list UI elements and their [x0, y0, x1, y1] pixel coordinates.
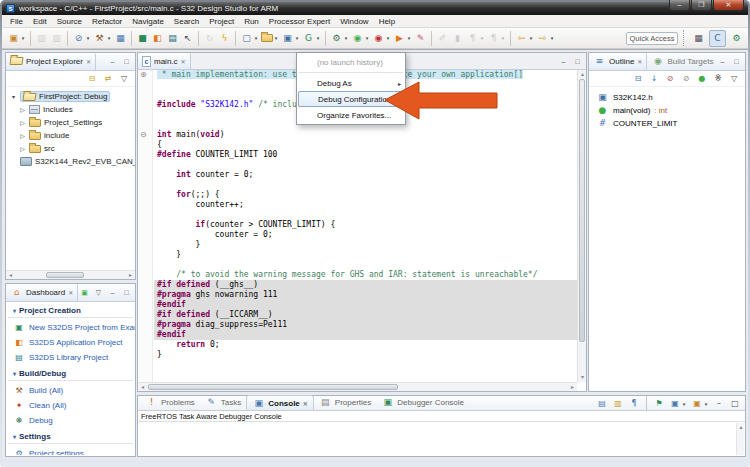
close-button[interactable]: ✕	[713, 0, 744, 11]
close-icon[interactable]: ✕	[637, 58, 642, 65]
menu-search[interactable]: Search	[169, 17, 204, 26]
tab-console[interactable]: ▣Console✕	[246, 395, 314, 410]
tab-outline[interactable]: ≡ Outline ✕	[589, 53, 647, 70]
new-wizard-button[interactable]: ▣▾	[6, 30, 27, 47]
collapse-all-button[interactable]: ⊟	[631, 70, 645, 87]
close-icon[interactable]: ✕	[86, 58, 91, 65]
tree-item-firstproject-debug[interactable]: ▾FirstProject: Debug	[6, 90, 135, 103]
tab-main-c[interactable]: c main.c ✕	[138, 53, 191, 69]
console-output[interactable]: ▴	[139, 423, 744, 455]
tab-properties[interactable]: ▤Properties	[314, 395, 376, 410]
tab-dashboard[interactable]: ⌂ Dashboard ✕	[6, 284, 78, 301]
menu-run[interactable]: Run	[239, 17, 264, 26]
scroll-lock-button[interactable]: ▥	[611, 395, 625, 412]
app-project-button[interactable]: ◧	[150, 30, 165, 47]
horizontal-scrollbar[interactable]: ◂▸	[138, 382, 577, 391]
view-menu-button[interactable]: ▽	[727, 70, 741, 87]
minimize-button[interactable]: –	[712, 395, 726, 412]
collapse-all-button[interactable]: ⊟	[85, 70, 99, 87]
dashboard-link-clean-all[interactable]: ✦Clean (All)	[6, 398, 135, 413]
fold-collapse-icon[interactable]: ⊖	[140, 130, 147, 140]
maximize-view-button[interactable]: □	[572, 58, 583, 65]
menu-project[interactable]: Project	[204, 17, 239, 26]
dashboard-link-build-all[interactable]: ⚒Build (All)	[6, 383, 135, 398]
new-project-button[interactable]: ■	[135, 30, 150, 47]
manage-configs-button[interactable]: ▦	[113, 30, 128, 47]
external-tools-button[interactable]: ▶▾	[392, 30, 413, 47]
console-scrollbar[interactable]: ▴	[736, 423, 744, 455]
menu-edit[interactable]: Edit	[28, 17, 52, 26]
menu-refactor[interactable]: Refactor	[87, 17, 127, 26]
minimize-view-button[interactable]: –	[558, 58, 569, 65]
pe-perspective-button[interactable]: ⚙	[729, 30, 744, 47]
search-button[interactable]: ✎	[413, 30, 428, 47]
chevron-collapsed-icon[interactable]: ▷	[19, 145, 26, 152]
run-button[interactable]: ◉▾	[350, 30, 371, 47]
dashboard-link-s32ds-library-project[interactable]: ▤S32DS Library Project	[6, 350, 135, 365]
minimize-view-button[interactable]: –	[107, 58, 118, 65]
pin-console-button[interactable]: ⚑	[652, 395, 666, 412]
maximize-button[interactable]: □	[728, 395, 742, 412]
maximize-button[interactable]: □	[121, 289, 132, 296]
lib-project-button[interactable]: ▤	[165, 30, 180, 47]
outline-item-s32k142-h[interactable]: ▣S32K142.h	[589, 91, 745, 104]
open-console-button[interactable]: ▣▾	[690, 395, 710, 412]
tree-item-s32k144-rev2-evb-can-fd-lcd-demo[interactable]: S32K144_Rev2_EVB_CAN_FD_LCD_DEMO	[6, 155, 135, 168]
link-editor-button[interactable]: ⇄	[101, 70, 115, 87]
getting-started-button[interactable]: G▾	[301, 30, 322, 47]
menu-file[interactable]: File	[5, 17, 28, 26]
close-icon[interactable]: ✕	[303, 400, 308, 407]
minimize-button[interactable]: –	[107, 289, 118, 296]
minimize-view-button[interactable]: –	[717, 58, 728, 65]
tab-project-explorer[interactable]: Project Explorer ✕	[6, 53, 96, 70]
new-c-file-button[interactable]: ▢▾	[239, 30, 260, 47]
maximize-view-button[interactable]: □	[121, 58, 132, 65]
menu-window[interactable]: Window	[335, 17, 373, 26]
forward-button[interactable]: ⇨▾	[535, 30, 556, 47]
skip-breakpoints-button[interactable]: ⊘▾	[71, 30, 92, 47]
editor-area-button[interactable]: ▦	[691, 30, 706, 47]
tree-item-includes[interactable]: ▷Includes	[6, 103, 135, 116]
outline-item-main-void[interactable]: ●main(void) : int	[589, 104, 745, 117]
tab-debugger-console[interactable]: ▣Debugger Console	[376, 395, 469, 410]
view-menu-button[interactable]: ▽	[117, 70, 131, 87]
menu-help[interactable]: Help	[374, 17, 400, 26]
sort-button[interactable]: ↓	[647, 70, 661, 87]
close-icon[interactable]: ✕	[181, 58, 186, 65]
close-icon[interactable]: ✕	[68, 289, 73, 296]
tab-tasks[interactable]: ✎Tasks	[200, 395, 246, 410]
view-menu-button[interactable]: ▽	[93, 289, 104, 297]
hide-non-public-button[interactable]: ●	[695, 70, 709, 87]
section-header-settings[interactable]: ▾Settings	[8, 428, 133, 444]
minimize-button[interactable]: –	[669, 0, 690, 11]
quick-access-box[interactable]: Quick Access	[626, 32, 678, 45]
build-button[interactable]: ⚒▾	[92, 30, 113, 47]
maximize-button[interactable]: ❐	[691, 0, 712, 11]
flash-button[interactable]: ϟ	[217, 30, 232, 47]
dashboard-link-s32ds-application-project[interactable]: ◧S32DS Application Project	[6, 335, 135, 350]
word-wrap-button[interactable]: ¶	[627, 395, 641, 412]
section-header-project-creation[interactable]: ▾Project Creation	[8, 302, 133, 318]
cpp-perspective-button[interactable]: C	[709, 30, 726, 47]
hide-inactive-button[interactable]: ※	[711, 70, 725, 87]
menu-processor-expert[interactable]: Processor Expert	[264, 17, 335, 26]
dashboard-link-project-settings[interactable]: ⚙Project settings	[6, 446, 135, 455]
clear-console-button[interactable]: ▤	[595, 395, 609, 412]
tab-build-targets[interactable]: ◉ Build Targets	[647, 53, 717, 70]
hide-static-button[interactable]: ⊘	[679, 70, 693, 87]
debug-button[interactable]: ⚙▾	[329, 30, 350, 47]
dashboard-link-new-s32ds-project-from-example[interactable]: ▣New S32DS Project from Example	[6, 320, 135, 335]
tree-item-project-settings[interactable]: ▷Project_Settings	[6, 116, 135, 129]
tree-item-include[interactable]: ▷include	[6, 129, 135, 142]
horizontal-scrollbar[interactable]: ◂▸	[6, 270, 135, 279]
hide-fields-button[interactable]: ⊘	[663, 70, 677, 87]
new-view-button[interactable]: ▣	[79, 289, 90, 297]
dashboard-link-debug[interactable]: ❋Debug	[6, 413, 135, 428]
tab-problems[interactable]: !Problems	[140, 395, 200, 410]
chevron-expanded-icon[interactable]: ▾	[10, 93, 17, 100]
vertical-scrollbar[interactable]: ▴▾	[577, 70, 586, 382]
section-header-build-debug[interactable]: ▾Build/Debug	[8, 365, 133, 381]
fold-expand-icon[interactable]: ⊕	[140, 70, 147, 80]
profile-button[interactable]: ◉▾	[371, 30, 392, 47]
maximize-view-button[interactable]: □	[731, 58, 742, 65]
